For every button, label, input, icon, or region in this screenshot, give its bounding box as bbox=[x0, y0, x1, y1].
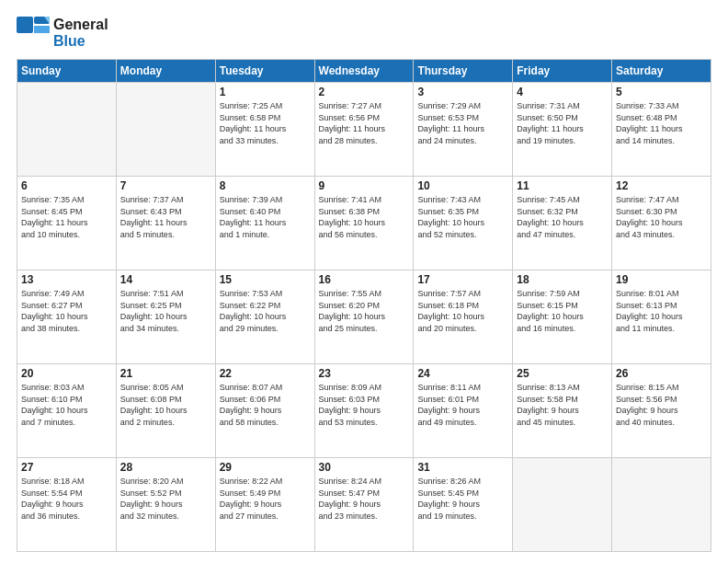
day-detail: Sunrise: 7:33 AM Sunset: 6:48 PM Dayligh… bbox=[616, 100, 707, 146]
calendar-cell: 11Sunrise: 7:45 AM Sunset: 6:32 PM Dayli… bbox=[513, 177, 612, 270]
day-detail: Sunrise: 7:39 AM Sunset: 6:40 PM Dayligh… bbox=[220, 194, 311, 240]
weekday-header: Sunday bbox=[17, 60, 117, 83]
day-number: 13 bbox=[21, 273, 112, 286]
calendar-cell: 2Sunrise: 7:27 AM Sunset: 6:56 PM Daylig… bbox=[314, 83, 414, 177]
day-number: 8 bbox=[220, 179, 311, 192]
day-number: 19 bbox=[616, 273, 707, 286]
day-number: 2 bbox=[319, 86, 410, 98]
day-number: 26 bbox=[616, 367, 707, 380]
calendar-cell: 17Sunrise: 7:57 AM Sunset: 6:18 PM Dayli… bbox=[414, 270, 513, 364]
day-detail: Sunrise: 7:51 AM Sunset: 6:25 PM Dayligh… bbox=[120, 288, 211, 334]
day-detail: Sunrise: 8:24 AM Sunset: 5:47 PM Dayligh… bbox=[319, 476, 410, 522]
calendar-cell bbox=[612, 458, 711, 552]
day-number: 21 bbox=[120, 367, 211, 380]
day-detail: Sunrise: 8:20 AM Sunset: 5:52 PM Dayligh… bbox=[120, 476, 211, 522]
calendar-cell bbox=[17, 83, 117, 177]
calendar-cell: 14Sunrise: 7:51 AM Sunset: 6:25 PM Dayli… bbox=[116, 270, 215, 364]
day-detail: Sunrise: 8:07 AM Sunset: 6:06 PM Dayligh… bbox=[220, 382, 311, 428]
day-detail: Sunrise: 7:41 AM Sunset: 6:38 PM Dayligh… bbox=[319, 194, 410, 240]
day-number: 12 bbox=[616, 179, 707, 192]
day-number: 7 bbox=[120, 179, 211, 192]
day-number: 10 bbox=[417, 179, 508, 192]
day-detail: Sunrise: 8:05 AM Sunset: 6:08 PM Dayligh… bbox=[120, 382, 211, 428]
day-number: 17 bbox=[417, 273, 508, 286]
day-number: 18 bbox=[517, 273, 608, 286]
day-number: 15 bbox=[220, 273, 311, 286]
calendar-cell bbox=[513, 458, 612, 552]
calendar-cell: 29Sunrise: 8:22 AM Sunset: 5:49 PM Dayli… bbox=[215, 458, 314, 552]
svg-rect-4 bbox=[17, 35, 50, 50]
calendar-cell: 10Sunrise: 7:43 AM Sunset: 6:35 PM Dayli… bbox=[414, 177, 513, 270]
day-number: 6 bbox=[21, 179, 112, 192]
day-number: 5 bbox=[616, 86, 707, 98]
calendar-header-row: SundayMondayTuesdayWednesdayThursdayFrid… bbox=[17, 60, 711, 83]
day-detail: Sunrise: 8:22 AM Sunset: 5:49 PM Dayligh… bbox=[220, 476, 311, 522]
calendar-week-row: 13Sunrise: 7:49 AM Sunset: 6:27 PM Dayli… bbox=[17, 270, 711, 364]
calendar-cell: 18Sunrise: 7:59 AM Sunset: 6:15 PM Dayli… bbox=[513, 270, 612, 364]
calendar-cell bbox=[116, 83, 215, 177]
day-number: 29 bbox=[220, 461, 311, 474]
calendar-cell: 30Sunrise: 8:24 AM Sunset: 5:47 PM Dayli… bbox=[314, 458, 414, 552]
day-detail: Sunrise: 8:26 AM Sunset: 5:45 PM Dayligh… bbox=[417, 476, 508, 522]
day-detail: Sunrise: 7:55 AM Sunset: 6:20 PM Dayligh… bbox=[319, 288, 410, 334]
day-detail: Sunrise: 7:59 AM Sunset: 6:15 PM Dayligh… bbox=[517, 288, 608, 334]
header: General Blue bbox=[17, 17, 711, 50]
day-number: 16 bbox=[319, 273, 410, 286]
day-number: 25 bbox=[517, 367, 608, 380]
day-detail: Sunrise: 7:37 AM Sunset: 6:43 PM Dayligh… bbox=[120, 194, 211, 240]
calendar-cell: 21Sunrise: 8:05 AM Sunset: 6:08 PM Dayli… bbox=[116, 364, 215, 458]
day-detail: Sunrise: 7:57 AM Sunset: 6:18 PM Dayligh… bbox=[417, 288, 508, 334]
day-detail: Sunrise: 7:47 AM Sunset: 6:30 PM Dayligh… bbox=[616, 194, 707, 240]
day-number: 1 bbox=[220, 86, 311, 98]
weekday-header: Wednesday bbox=[314, 60, 414, 83]
day-number: 4 bbox=[517, 86, 608, 98]
day-number: 23 bbox=[319, 367, 410, 380]
calendar-cell: 6Sunrise: 7:35 AM Sunset: 6:45 PM Daylig… bbox=[17, 177, 117, 270]
calendar-cell: 28Sunrise: 8:20 AM Sunset: 5:52 PM Dayli… bbox=[116, 458, 215, 552]
weekday-header: Tuesday bbox=[215, 60, 314, 83]
weekday-header: Friday bbox=[513, 60, 612, 83]
calendar-cell: 23Sunrise: 8:09 AM Sunset: 6:03 PM Dayli… bbox=[314, 364, 414, 458]
weekday-header: Monday bbox=[116, 60, 215, 83]
svg-marker-2 bbox=[34, 26, 50, 33]
day-detail: Sunrise: 7:27 AM Sunset: 6:56 PM Dayligh… bbox=[319, 100, 410, 146]
logo-svg bbox=[17, 17, 50, 50]
day-detail: Sunrise: 7:43 AM Sunset: 6:35 PM Dayligh… bbox=[417, 194, 508, 240]
calendar-week-row: 6Sunrise: 7:35 AM Sunset: 6:45 PM Daylig… bbox=[17, 177, 711, 270]
calendar-cell: 4Sunrise: 7:31 AM Sunset: 6:50 PM Daylig… bbox=[513, 83, 612, 177]
calendar-table: SundayMondayTuesdayWednesdayThursdayFrid… bbox=[17, 59, 711, 552]
calendar-cell: 1Sunrise: 7:25 AM Sunset: 6:58 PM Daylig… bbox=[215, 83, 314, 177]
day-number: 22 bbox=[220, 367, 311, 380]
calendar-cell: 8Sunrise: 7:39 AM Sunset: 6:40 PM Daylig… bbox=[215, 177, 314, 270]
calendar-week-row: 20Sunrise: 8:03 AM Sunset: 6:10 PM Dayli… bbox=[17, 364, 711, 458]
logo-blue: Blue bbox=[53, 33, 108, 50]
logo-general: General bbox=[53, 17, 108, 33]
calendar-cell: 25Sunrise: 8:13 AM Sunset: 5:58 PM Dayli… bbox=[513, 364, 612, 458]
calendar-cell: 27Sunrise: 8:18 AM Sunset: 5:54 PM Dayli… bbox=[17, 458, 117, 552]
day-detail: Sunrise: 7:45 AM Sunset: 6:32 PM Dayligh… bbox=[517, 194, 608, 240]
day-detail: Sunrise: 8:18 AM Sunset: 5:54 PM Dayligh… bbox=[21, 476, 112, 522]
calendar-week-row: 1Sunrise: 7:25 AM Sunset: 6:58 PM Daylig… bbox=[17, 83, 711, 177]
day-detail: Sunrise: 8:11 AM Sunset: 6:01 PM Dayligh… bbox=[417, 382, 508, 428]
calendar-cell: 19Sunrise: 8:01 AM Sunset: 6:13 PM Dayli… bbox=[612, 270, 711, 364]
calendar-cell: 15Sunrise: 7:53 AM Sunset: 6:22 PM Dayli… bbox=[215, 270, 314, 364]
day-number: 24 bbox=[417, 367, 508, 380]
day-detail: Sunrise: 8:01 AM Sunset: 6:13 PM Dayligh… bbox=[616, 288, 707, 334]
day-number: 31 bbox=[417, 461, 508, 474]
calendar-cell: 22Sunrise: 8:07 AM Sunset: 6:06 PM Dayli… bbox=[215, 364, 314, 458]
day-detail: Sunrise: 8:15 AM Sunset: 5:56 PM Dayligh… bbox=[616, 382, 707, 428]
calendar-cell: 31Sunrise: 8:26 AM Sunset: 5:45 PM Dayli… bbox=[414, 458, 513, 552]
calendar-cell: 13Sunrise: 7:49 AM Sunset: 6:27 PM Dayli… bbox=[17, 270, 117, 364]
calendar-cell: 7Sunrise: 7:37 AM Sunset: 6:43 PM Daylig… bbox=[116, 177, 215, 270]
day-detail: Sunrise: 7:25 AM Sunset: 6:58 PM Dayligh… bbox=[220, 100, 311, 146]
calendar-cell: 9Sunrise: 7:41 AM Sunset: 6:38 PM Daylig… bbox=[314, 177, 414, 270]
calendar-cell: 26Sunrise: 8:15 AM Sunset: 5:56 PM Dayli… bbox=[612, 364, 711, 458]
calendar-cell: 3Sunrise: 7:29 AM Sunset: 6:53 PM Daylig… bbox=[414, 83, 513, 177]
day-number: 14 bbox=[120, 273, 211, 286]
calendar-week-row: 27Sunrise: 8:18 AM Sunset: 5:54 PM Dayli… bbox=[17, 458, 711, 552]
logo: General Blue bbox=[17, 17, 108, 50]
day-detail: Sunrise: 8:03 AM Sunset: 6:10 PM Dayligh… bbox=[21, 382, 112, 428]
day-number: 28 bbox=[120, 461, 211, 474]
day-number: 20 bbox=[21, 367, 112, 380]
day-number: 3 bbox=[417, 86, 508, 98]
